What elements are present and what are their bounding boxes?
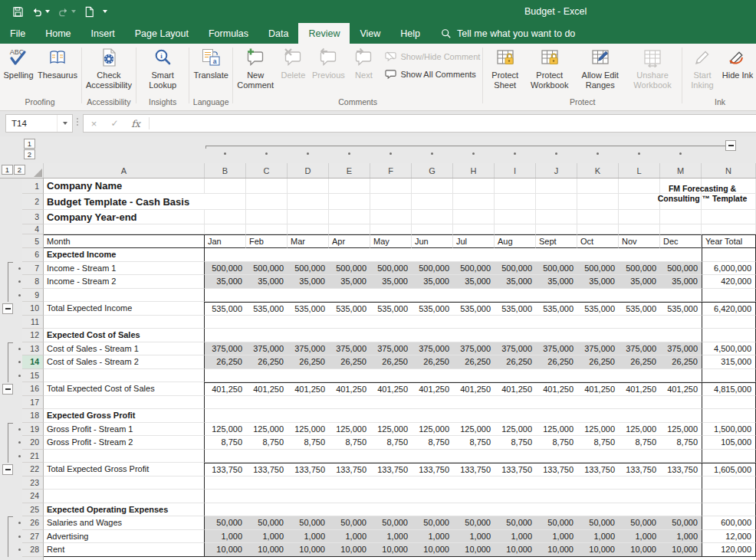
cell-C10[interactable]: 535,000	[246, 302, 288, 316]
cell-F2[interactable]	[370, 194, 412, 210]
cell-G3[interactable]	[412, 210, 453, 224]
cell-B8[interactable]: 35,000	[205, 275, 246, 289]
cell-G25[interactable]	[412, 503, 453, 517]
cell-I4[interactable]	[495, 224, 536, 234]
cell-G14[interactable]: 26,250	[412, 355, 453, 369]
cell-A28[interactable]: Rent	[44, 543, 205, 557]
cell-I6[interactable]	[495, 248, 536, 262]
cell-L8[interactable]: 35,000	[619, 275, 660, 289]
cell-M3[interactable]	[660, 210, 702, 224]
cell-G15[interactable]	[412, 369, 453, 383]
cell-I21[interactable]	[495, 450, 536, 463]
cell-H18[interactable]	[453, 409, 495, 423]
cell-J23[interactable]	[536, 476, 577, 490]
cell-G16[interactable]: 401,250	[412, 382, 453, 396]
cell-N25[interactable]	[702, 503, 756, 517]
redo-button[interactable]	[58, 6, 76, 18]
row-header-1[interactable]: 1	[22, 178, 44, 194]
cancel-icon[interactable]: ×	[84, 118, 104, 129]
spelling-button[interactable]: ABCSpelling	[1, 44, 36, 80]
cell-A22[interactable]: Total Expected Gross Profit	[44, 463, 205, 476]
row-outline-level-2-button[interactable]: 2	[14, 165, 25, 175]
cell-J25[interactable]	[536, 503, 577, 517]
cell-I9[interactable]	[495, 289, 536, 303]
cell-E18[interactable]	[329, 409, 370, 423]
cell-N22[interactable]: 1,605,000	[702, 463, 756, 476]
cell-D28[interactable]: 10,000	[288, 543, 329, 557]
cell-C17[interactable]	[246, 396, 288, 410]
cell-H8[interactable]: 35,000	[453, 275, 495, 289]
cell-C1[interactable]	[246, 178, 288, 194]
cell-N6[interactable]	[702, 248, 756, 262]
cell-H15[interactable]	[453, 369, 495, 383]
cell-H22[interactable]: 133,750	[453, 463, 495, 476]
cell-H19[interactable]: 125,000	[453, 423, 495, 437]
cell-K5[interactable]: Oct	[577, 234, 619, 248]
cell-B26[interactable]: 50,000	[205, 516, 246, 530]
cell-G13[interactable]: 375,000	[412, 342, 453, 356]
cell-K20[interactable]: 8,750	[577, 436, 619, 450]
cell-N10[interactable]: 6,420,000	[702, 302, 756, 316]
cell-C14[interactable]: 26,250	[246, 355, 288, 369]
cell-N18[interactable]	[702, 409, 756, 423]
cell-E22[interactable]: 133,750	[329, 463, 370, 476]
cell-H11[interactable]	[453, 316, 495, 329]
cell-H25[interactable]	[453, 503, 495, 517]
cell-N21[interactable]	[702, 450, 756, 463]
cell-B6[interactable]	[205, 248, 246, 262]
cell-K3[interactable]	[577, 210, 619, 224]
row-header-14[interactable]: 14	[22, 355, 44, 369]
column-outline-level-1-button[interactable]: 1	[24, 139, 35, 149]
cell-B15[interactable]	[205, 369, 246, 383]
cell-K18[interactable]	[577, 409, 619, 423]
cell-F9[interactable]	[370, 289, 412, 303]
column-header-L[interactable]: L	[619, 163, 660, 178]
cell-J14[interactable]: 26,250	[536, 355, 577, 369]
cell-B9[interactable]	[205, 289, 246, 303]
cell-L23[interactable]	[619, 476, 660, 490]
tab-insert[interactable]: Insert	[81, 23, 125, 44]
cell-E20[interactable]: 8,750	[329, 436, 370, 450]
cell-I19[interactable]: 125,000	[495, 423, 536, 437]
cell-A7[interactable]: Income - Stream 1	[44, 262, 205, 276]
cell-I23[interactable]	[495, 476, 536, 490]
redo-dropdown-icon[interactable]	[71, 10, 76, 13]
cell-H21[interactable]	[453, 450, 495, 463]
cell-K14[interactable]: 26,250	[577, 355, 619, 369]
cell-N4[interactable]	[702, 224, 756, 234]
cell-C7[interactable]: 500,000	[246, 262, 288, 276]
cell-G23[interactable]	[412, 476, 453, 490]
cell-F17[interactable]	[370, 396, 412, 410]
column-header-E[interactable]: E	[329, 163, 370, 178]
row-header-4[interactable]: 4	[22, 224, 44, 234]
cell-A17[interactable]	[44, 396, 205, 410]
cell-I2[interactable]	[495, 194, 536, 210]
cell-B27[interactable]: 1,000	[205, 530, 246, 544]
cell-C19[interactable]: 125,000	[246, 423, 288, 437]
cell-N19[interactable]: 1,500,000	[702, 423, 756, 437]
name-box-dropdown[interactable]	[57, 115, 72, 132]
cell-D20[interactable]: 8,750	[288, 436, 329, 450]
cell-E16[interactable]: 401,250	[329, 382, 370, 396]
cell-J20[interactable]: 8,750	[536, 436, 577, 450]
cell-C21[interactable]	[246, 450, 288, 463]
cell-L17[interactable]	[619, 396, 660, 410]
cell-B24[interactable]	[205, 490, 246, 503]
cell-I25[interactable]	[495, 503, 536, 517]
cell-A21[interactable]	[44, 450, 205, 463]
cell-K1[interactable]	[577, 178, 619, 194]
cell-D1[interactable]	[288, 178, 329, 194]
new-file-button[interactable]	[84, 6, 95, 18]
cell-I27[interactable]: 1,000	[495, 530, 536, 544]
cell-G9[interactable]	[412, 289, 453, 303]
cell-G22[interactable]: 133,750	[412, 463, 453, 476]
cell-M13[interactable]: 375,000	[660, 342, 702, 356]
cell-L22[interactable]: 133,750	[619, 463, 660, 476]
insert-function-icon[interactable]: fx	[125, 118, 146, 129]
row-header-18[interactable]: 18	[22, 409, 44, 423]
cell-F28[interactable]: 10,000	[370, 543, 412, 557]
cell-C6[interactable]	[246, 248, 288, 262]
next-button[interactable]: Next	[346, 44, 381, 80]
cell-F13[interactable]: 375,000	[370, 342, 412, 356]
cell-N15[interactable]	[702, 369, 756, 383]
